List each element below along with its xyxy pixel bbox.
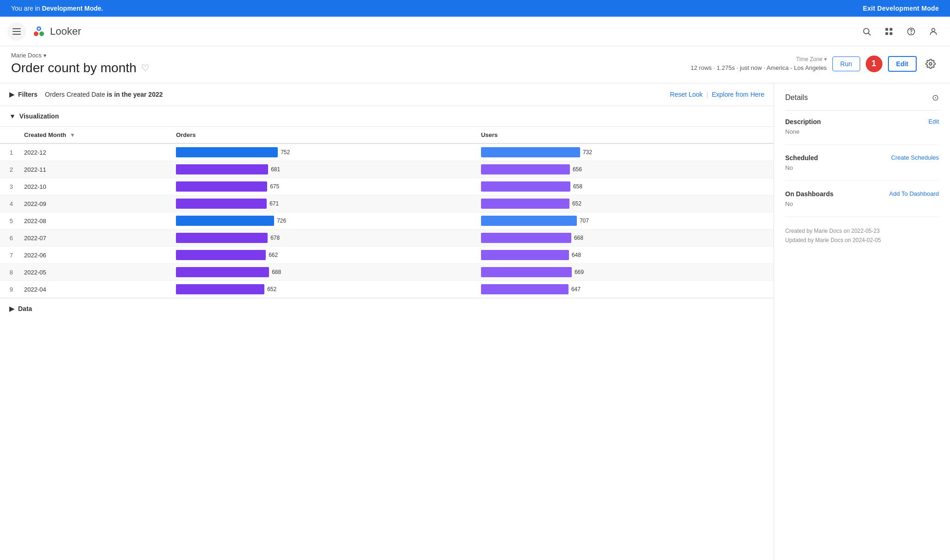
visualization-table-wrap[interactable]: Created Month ▼ Orders Users 1 2022-12 7… <box>0 127 774 298</box>
sidebar-details-title: Details <box>785 93 808 102</box>
row-number: 1 <box>0 143 19 161</box>
users-value: 656 <box>573 166 582 173</box>
users-value: 707 <box>580 218 589 224</box>
header-actions <box>857 22 943 41</box>
exit-dev-mode-button[interactable]: Exit Development Mode <box>863 5 939 12</box>
data-section[interactable]: ▶ Data <box>0 298 774 319</box>
month-cell: 2022-07 <box>19 230 170 247</box>
orders-bar <box>176 181 267 192</box>
orders-value: 688 <box>272 269 281 275</box>
timezone-label: Time Zone <box>796 56 823 62</box>
row-number: 7 <box>0 247 19 264</box>
svg-rect-6 <box>886 28 888 31</box>
table-row: 5 2022-08 726 707 <box>0 212 774 230</box>
svg-point-1 <box>34 31 38 36</box>
svg-point-2 <box>39 31 44 36</box>
month-cell: 2022-08 <box>19 212 170 230</box>
create-schedules-link[interactable]: Create Schedules <box>891 154 939 161</box>
orders-value: 662 <box>269 252 278 258</box>
description-edit-link[interactable]: Edit <box>929 118 939 125</box>
month-cell: 2022-09 <box>19 195 170 212</box>
favorite-icon[interactable]: ♡ <box>141 62 150 74</box>
orders-value: 681 <box>271 166 280 173</box>
orders-bar <box>176 267 269 277</box>
filters-chevron-icon: ▶ <box>9 91 14 98</box>
svg-rect-7 <box>890 28 893 31</box>
table-row: 3 2022-10 675 658 <box>0 178 774 195</box>
logo-text: Looker <box>50 25 81 37</box>
users-value: 652 <box>572 200 581 207</box>
search-icon <box>862 27 871 36</box>
filters-toggle[interactable]: ▶ Filters <box>9 91 38 98</box>
orders-bar-cell: 681 <box>170 161 475 178</box>
users-bar <box>481 267 572 277</box>
edit-button[interactable]: Edit <box>888 56 917 72</box>
svg-line-5 <box>869 33 871 35</box>
reset-look-link[interactable]: Reset Look <box>670 91 703 98</box>
run-stats: 12 rows · 1.275s · just now · America - … <box>691 63 827 73</box>
sidebar-dashboards-field: On Dashboards Add To Dashboard No <box>785 190 939 217</box>
breadcrumb[interactable]: Marie Docs ▾ <box>11 52 150 59</box>
table-row: 1 2022-12 752 732 <box>0 143 774 161</box>
run-button[interactable]: Run <box>832 56 860 71</box>
orders-value: 652 <box>267 286 276 292</box>
users-bar-cell: 668 <box>475 230 774 247</box>
dev-banner: You are in Development Mode. Exit Develo… <box>0 0 950 17</box>
users-value: 648 <box>572 252 581 258</box>
col-header-month[interactable]: Created Month ▼ <box>19 127 170 143</box>
col-header-users[interactable]: Users <box>475 127 774 143</box>
help-button[interactable] <box>902 22 920 41</box>
row-number: 6 <box>0 230 19 247</box>
row-number: 8 <box>0 264 19 281</box>
orders-value: 726 <box>277 218 286 224</box>
filter-separator: | <box>706 91 708 98</box>
hamburger-button[interactable] <box>7 22 26 41</box>
users-bar <box>481 199 569 209</box>
row-number: 5 <box>0 212 19 230</box>
data-chevron-icon: ▶ <box>9 305 14 312</box>
description-value: None <box>785 128 939 135</box>
viz-chevron-icon: ▼ <box>9 112 16 120</box>
orders-bar <box>176 250 266 260</box>
description-label: Description <box>785 118 821 125</box>
users-value: 669 <box>575 269 584 275</box>
sidebar-details-header: Details ⊙ <box>785 93 939 111</box>
col-header-orders[interactable]: Orders <box>170 127 475 143</box>
sidebar-meta: Created by Marie Docs on 2022-05-23 Upda… <box>785 226 939 245</box>
orders-bar-cell: 678 <box>170 230 475 247</box>
explore-from-here-link[interactable]: Explore from Here <box>712 91 764 98</box>
orders-bar-cell: 675 <box>170 178 475 195</box>
search-button[interactable] <box>857 22 876 41</box>
page-title: Order count by month ♡ <box>11 61 150 75</box>
user-button[interactable] <box>924 22 943 41</box>
breadcrumb-label: Marie Docs <box>11 52 42 59</box>
settings-button[interactable] <box>922 56 939 72</box>
filters-row: ▶ Filters Orders Created Date is in the … <box>0 83 774 106</box>
month-cell: 2022-05 <box>19 264 170 281</box>
sidebar-scheduled-field: Scheduled Create Schedules No <box>785 154 939 181</box>
users-bar <box>481 147 580 157</box>
month-cell: 2022-10 <box>19 178 170 195</box>
badge-1: 1 <box>866 56 882 72</box>
sidebar-arrow-icon[interactable]: ⊙ <box>932 93 939 103</box>
month-cell: 2022-12 <box>19 143 170 161</box>
users-bar-cell: 669 <box>475 264 774 281</box>
title-bar: Marie Docs ▾ Order count by month ♡ Time… <box>0 46 950 83</box>
users-value: 647 <box>571 286 581 292</box>
add-to-dashboard-link[interactable]: Add To Dashboard <box>889 190 939 197</box>
hamburger-icon <box>12 28 21 35</box>
svg-point-3 <box>38 28 40 30</box>
users-bar-cell: 679 <box>475 298 774 299</box>
col-header-num <box>0 127 19 143</box>
visualization-header[interactable]: ▼ Visualization <box>0 106 774 127</box>
orders-bar-cell: 726 <box>170 212 475 230</box>
created-by: Created by Marie Docs on 2022-05-23 <box>785 226 939 236</box>
orders-bar-cell: 662 <box>170 247 475 264</box>
content-area: ▶ Filters Orders Created Date is in the … <box>0 83 774 560</box>
svg-rect-9 <box>890 32 893 35</box>
grid-button[interactable] <box>880 22 898 41</box>
row-number: 9 <box>0 281 19 298</box>
users-bar <box>481 216 577 226</box>
orders-bar <box>176 284 264 294</box>
users-bar <box>481 233 571 243</box>
